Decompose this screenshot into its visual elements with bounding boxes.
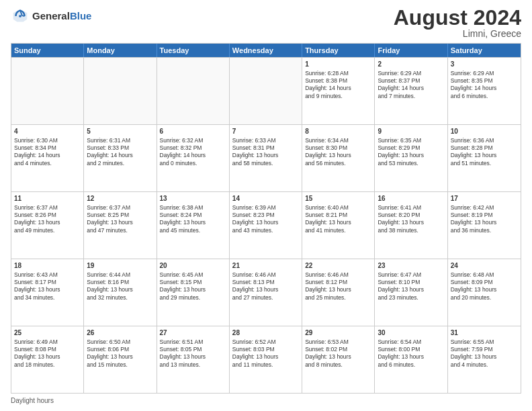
day-number: 16 bbox=[378, 194, 444, 203]
day-info-line: and 23 minutes. bbox=[378, 294, 444, 302]
day-info-line: Daylight: 13 hours bbox=[14, 353, 81, 361]
calendar-cell: 14Sunrise: 6:39 AMSunset: 8:23 PMDayligh… bbox=[230, 192, 302, 259]
day-info-line: Sunset: 8:21 PM bbox=[305, 212, 371, 219]
day-info-line: Sunrise: 6:28 AM bbox=[305, 70, 371, 77]
day-info-line: Daylight: 13 hours bbox=[378, 219, 444, 226]
day-info-line: Sunrise: 6:42 AM bbox=[451, 204, 518, 212]
day-info-line: and 45 minutes. bbox=[160, 227, 226, 234]
calendar-cell: 9Sunrise: 6:35 AMSunset: 8:29 PMDaylight… bbox=[375, 125, 447, 191]
day-info-line: Daylight: 13 hours bbox=[14, 286, 81, 293]
day-info-line: and 53 minutes. bbox=[378, 160, 444, 167]
day-info-line: and 51 minutes. bbox=[451, 160, 518, 167]
day-info-line: and 4 minutes. bbox=[451, 361, 518, 369]
day-info-line: and 43 minutes. bbox=[232, 227, 299, 234]
day-number: 19 bbox=[87, 261, 153, 271]
calendar-row: 11Sunrise: 6:37 AMSunset: 8:26 PMDayligh… bbox=[11, 191, 521, 259]
day-info-line: Daylight: 13 hours bbox=[305, 219, 371, 226]
day-info-line: Daylight: 13 hours bbox=[305, 286, 371, 293]
day-info-line: Sunset: 8:16 PM bbox=[87, 279, 153, 286]
day-info-line: and 29 minutes. bbox=[160, 294, 226, 302]
day-info-line: and 8 minutes. bbox=[305, 361, 371, 369]
header-right: August 2024 Limni, Greece bbox=[394, 7, 521, 39]
day-info-line: Sunrise: 6:55 AM bbox=[451, 338, 518, 346]
day-info-line: Daylight: 13 hours bbox=[451, 152, 518, 159]
day-info-line: Sunset: 8:31 PM bbox=[232, 144, 299, 152]
day-info-line: and 20 minutes. bbox=[451, 294, 518, 302]
day-info-line: and 0 minutes. bbox=[160, 160, 226, 167]
calendar-cell: 27Sunrise: 6:51 AMSunset: 8:05 PMDayligh… bbox=[157, 326, 230, 393]
day-info-line: Sunrise: 6:50 AM bbox=[87, 338, 153, 346]
day-info-line: Sunrise: 6:43 AM bbox=[14, 271, 81, 279]
day-info-line: and 4 minutes. bbox=[14, 160, 81, 167]
day-info-line: and 18 minutes. bbox=[14, 361, 81, 369]
day-number: 1 bbox=[305, 60, 371, 69]
day-info-line: Daylight: 13 hours bbox=[87, 219, 153, 226]
day-info-line: Sunrise: 6:37 AM bbox=[14, 204, 81, 212]
calendar-cell: 10Sunrise: 6:36 AMSunset: 8:28 PMDayligh… bbox=[448, 125, 521, 191]
day-number: 31 bbox=[451, 328, 518, 338]
calendar-cell bbox=[11, 58, 84, 124]
day-info-line: Daylight: 13 hours bbox=[232, 219, 299, 226]
calendar-cell: 8Sunrise: 6:34 AMSunset: 8:30 PMDaylight… bbox=[302, 125, 375, 191]
day-info-line: Daylight: 14 hours bbox=[87, 152, 153, 159]
day-info-line: and 6 minutes. bbox=[451, 93, 518, 100]
weekday-header: Wednesday bbox=[230, 44, 302, 57]
calendar-cell: 1Sunrise: 6:28 AMSunset: 8:38 PMDaylight… bbox=[302, 58, 375, 124]
day-info-line: and 56 minutes. bbox=[305, 160, 371, 167]
day-number: 15 bbox=[305, 194, 371, 203]
day-info-line: Daylight: 14 hours bbox=[305, 85, 371, 92]
day-info-line: Sunrise: 6:30 AM bbox=[14, 137, 81, 144]
day-number: 27 bbox=[160, 328, 226, 338]
day-info-line: Daylight: 13 hours bbox=[232, 353, 299, 361]
day-number: 20 bbox=[160, 261, 226, 271]
weekday-header: Monday bbox=[84, 44, 157, 57]
calendar-header: SundayMondayTuesdayWednesdayThursdayFrid… bbox=[11, 44, 521, 57]
day-info-line: Sunset: 8:23 PM bbox=[232, 212, 299, 219]
day-info-line: Sunrise: 6:48 AM bbox=[451, 271, 518, 279]
calendar-cell: 3Sunrise: 6:29 AMSunset: 8:35 PMDaylight… bbox=[448, 58, 521, 124]
day-info-line: Sunset: 8:06 PM bbox=[87, 346, 153, 353]
day-number: 26 bbox=[87, 328, 153, 338]
day-info-line: Sunrise: 6:39 AM bbox=[232, 204, 299, 212]
day-info-line: and 9 minutes. bbox=[305, 93, 371, 100]
day-info-line: and 7 minutes. bbox=[378, 93, 444, 100]
calendar-cell: 19Sunrise: 6:44 AMSunset: 8:16 PMDayligh… bbox=[84, 259, 157, 326]
calendar-cell: 28Sunrise: 6:52 AMSunset: 8:03 PMDayligh… bbox=[230, 326, 302, 393]
weekday-header: Tuesday bbox=[157, 44, 230, 57]
day-info-line: Daylight: 13 hours bbox=[378, 152, 444, 159]
day-info-line: Sunset: 8:38 PM bbox=[305, 77, 371, 85]
day-info-line: Sunrise: 6:35 AM bbox=[378, 137, 444, 144]
day-number: 28 bbox=[232, 328, 299, 338]
day-number: 9 bbox=[378, 127, 444, 136]
day-info-line: Daylight: 13 hours bbox=[451, 219, 518, 226]
day-info-line: and 27 minutes. bbox=[232, 294, 299, 302]
day-info-line: Sunrise: 6:52 AM bbox=[232, 338, 299, 346]
day-info-line: Daylight: 13 hours bbox=[14, 219, 81, 226]
calendar: SundayMondayTuesdayWednesdayThursdayFrid… bbox=[11, 43, 521, 394]
day-info-line: Daylight: 13 hours bbox=[160, 219, 226, 226]
month-year: August 2024 bbox=[394, 7, 521, 28]
day-info-line: Sunrise: 6:44 AM bbox=[87, 271, 153, 279]
day-info-line: Sunset: 8:20 PM bbox=[378, 212, 444, 219]
calendar-row: 4Sunrise: 6:30 AMSunset: 8:34 PMDaylight… bbox=[11, 124, 521, 191]
day-info-line: Sunrise: 6:46 AM bbox=[232, 271, 299, 279]
day-number: 11 bbox=[14, 194, 81, 203]
day-info-line: Sunrise: 6:53 AM bbox=[305, 338, 371, 346]
day-number: 2 bbox=[378, 60, 444, 69]
day-info-line: Daylight: 13 hours bbox=[378, 286, 444, 293]
calendar-cell bbox=[230, 58, 302, 124]
day-info-line: Sunrise: 6:54 AM bbox=[378, 338, 444, 346]
day-info-line: Daylight: 14 hours bbox=[160, 152, 226, 159]
day-info-line: Sunset: 8:15 PM bbox=[160, 279, 226, 286]
day-info-line: Daylight: 13 hours bbox=[305, 353, 371, 361]
calendar-cell: 31Sunrise: 6:55 AMSunset: 7:59 PMDayligh… bbox=[448, 326, 521, 393]
calendar-cell: 13Sunrise: 6:38 AMSunset: 8:24 PMDayligh… bbox=[157, 192, 230, 259]
daylight-label: Daylight hours bbox=[11, 397, 54, 404]
day-info-line: Daylight: 14 hours bbox=[378, 85, 444, 92]
day-info-line: and 36 minutes. bbox=[451, 227, 518, 234]
day-info-line: Daylight: 13 hours bbox=[87, 286, 153, 293]
day-number: 18 bbox=[14, 261, 81, 271]
logo-icon bbox=[11, 7, 30, 26]
calendar-cell: 4Sunrise: 6:30 AMSunset: 8:34 PMDaylight… bbox=[11, 125, 84, 191]
logo-blue: Blue bbox=[70, 10, 92, 21]
